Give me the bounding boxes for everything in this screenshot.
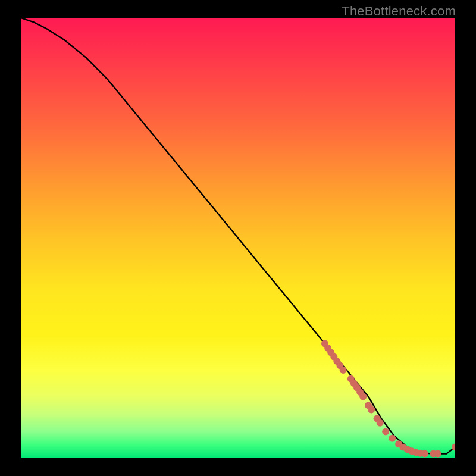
data-marker bbox=[389, 435, 396, 442]
chart-stage: TheBottleneck.com bbox=[0, 0, 476, 476]
data-marker bbox=[421, 450, 428, 458]
data-marker bbox=[340, 367, 347, 374]
data-marker bbox=[359, 393, 367, 400]
data-marker bbox=[377, 419, 384, 427]
data-markers bbox=[321, 340, 455, 458]
data-marker bbox=[382, 428, 389, 436]
watermark-text: TheBottleneck.com bbox=[342, 4, 456, 19]
plot-area bbox=[21, 18, 455, 458]
data-marker bbox=[434, 450, 441, 458]
data-marker bbox=[368, 406, 375, 414]
chart-svg bbox=[21, 18, 455, 458]
curve-line bbox=[21, 18, 455, 454]
